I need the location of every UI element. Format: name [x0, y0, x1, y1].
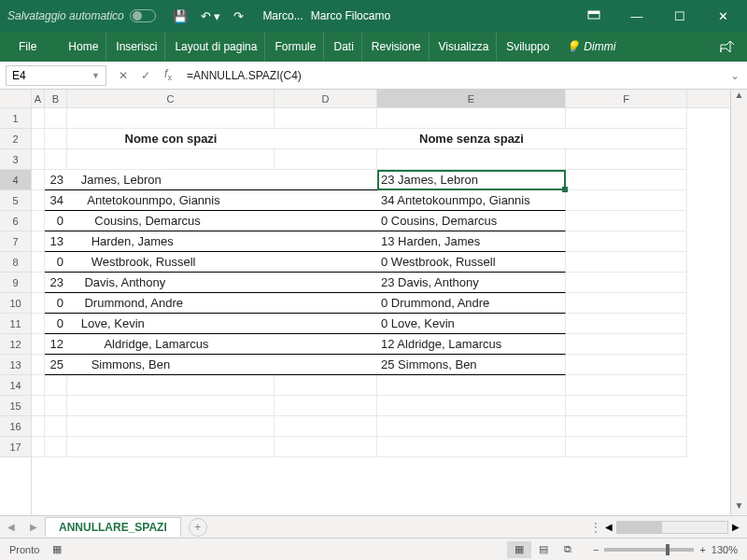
name-box[interactable]: E4 ▼	[6, 65, 106, 86]
scroll-down-icon[interactable]: ▼	[731, 500, 747, 515]
cell-A4[interactable]	[32, 170, 45, 190]
cell-C8[interactable]: Westbrook, Russell	[67, 252, 275, 273]
cell-A13[interactable]	[32, 355, 45, 375]
close-icon[interactable]: ✕	[706, 4, 740, 28]
tab-nav-next-icon[interactable]: ▶	[22, 522, 45, 532]
cell-F10[interactable]	[566, 293, 687, 314]
cell-D7[interactable]	[275, 231, 377, 252]
cell-E12[interactable]: 12 Aldridge, Lamarcus	[377, 334, 566, 355]
cell-F2[interactable]	[566, 129, 687, 149]
tab-sviluppo[interactable]: Sviluppo	[499, 32, 557, 62]
cell-F5[interactable]	[566, 190, 687, 211]
cell-B15[interactable]	[45, 396, 67, 416]
cell-A10[interactable]	[32, 293, 45, 314]
cell-C11[interactable]: Love, Kevin	[67, 314, 275, 334]
row-header-11[interactable]: 11	[0, 314, 31, 334]
zoom-slider[interactable]	[604, 548, 694, 552]
cell-F13[interactable]	[566, 355, 687, 375]
cell-D14[interactable]	[275, 375, 377, 396]
cell-B17[interactable]	[45, 437, 67, 457]
formula-input[interactable]: =ANNULLA.SPAZI(C4)	[179, 69, 723, 82]
cell-F14[interactable]	[566, 375, 687, 396]
cell-B5[interactable]: 34	[45, 190, 67, 211]
cell-C4[interactable]: James, Lebron	[67, 170, 275, 190]
share-icon[interactable]	[719, 39, 736, 54]
row-header-14[interactable]: 14	[0, 375, 31, 396]
tab-revisione[interactable]: Revisione	[364, 32, 430, 62]
tell-me[interactable]: 💡 Dimmi	[566, 40, 615, 53]
cell-A2[interactable]	[32, 129, 45, 149]
cell-D11[interactable]	[275, 314, 377, 334]
undo-icon[interactable]: ↶ ▾	[201, 9, 221, 23]
tab-nav-prev-icon[interactable]: ◀	[0, 522, 22, 532]
cell-F9[interactable]	[566, 273, 687, 293]
row-header-15[interactable]: 15	[0, 396, 31, 416]
cell-B2[interactable]	[45, 129, 67, 149]
tab-inserisci[interactable]: Inserisci	[108, 32, 165, 62]
cell-B4[interactable]: 23	[45, 170, 67, 190]
cell-C14[interactable]	[67, 375, 275, 396]
row-header-4[interactable]: 4	[0, 170, 31, 190]
cell-A16[interactable]	[32, 416, 45, 437]
cell-E2[interactable]: Nome senza spazi	[377, 129, 566, 149]
cell-A6[interactable]	[32, 211, 45, 231]
cell-C5[interactable]: Antetokounmpo, Giannis	[67, 190, 275, 211]
cell-D9[interactable]	[275, 273, 377, 293]
vertical-scrollbar[interactable]: ▲ ▼	[730, 90, 747, 515]
cell-E17[interactable]	[377, 437, 566, 457]
cell-F1[interactable]	[566, 108, 687, 129]
row-header-9[interactable]: 9	[0, 273, 31, 293]
cell-D4[interactable]	[275, 170, 377, 190]
cell-B7[interactable]: 13	[45, 231, 67, 252]
row-header-13[interactable]: 13	[0, 355, 31, 375]
cell-D17[interactable]	[275, 437, 377, 457]
row-header-2[interactable]: 2	[0, 129, 31, 149]
cell-A14[interactable]	[32, 375, 45, 396]
row-header-8[interactable]: 8	[0, 252, 31, 273]
autosave-toggle[interactable]: Salvataggio automatico	[7, 9, 156, 22]
view-normal-icon[interactable]: ▦	[507, 541, 531, 558]
cell-E16[interactable]	[377, 416, 566, 437]
row-header-6[interactable]: 6	[0, 211, 31, 231]
cell-F16[interactable]	[566, 416, 687, 437]
cell-A1[interactable]	[32, 108, 45, 129]
spreadsheet-grid[interactable]: 1234567891011121314151617 ABCDEF Nome co…	[0, 90, 747, 515]
fx-icon[interactable]: fx	[157, 67, 179, 82]
cell-B11[interactable]: 0	[45, 314, 67, 334]
zoom-percent[interactable]: 130%	[712, 544, 738, 555]
cell-C12[interactable]: Aldridge, Lamarcus	[67, 334, 275, 355]
cell-E7[interactable]: 13 Harden, James	[377, 231, 566, 252]
cell-E1[interactable]	[377, 108, 566, 129]
cell-E4[interactable]: 23 James, Lebron	[377, 170, 566, 190]
cell-E11[interactable]: 0 Love, Kevin	[377, 314, 566, 334]
redo-icon[interactable]: ↷	[233, 9, 244, 23]
row-header-3[interactable]: 3	[0, 149, 31, 170]
cell-F6[interactable]	[566, 211, 687, 231]
cell-B8[interactable]: 0	[45, 252, 67, 273]
row-header-5[interactable]: 5	[0, 190, 31, 211]
cell-C9[interactable]: Davis, Anthony	[67, 273, 275, 293]
cell-A15[interactable]	[32, 396, 45, 416]
cell-E8[interactable]: 0 Westbrook, Russell	[377, 252, 566, 273]
zoom-out-icon[interactable]: −	[593, 544, 599, 555]
cell-C10[interactable]: Drummond, Andre	[67, 293, 275, 314]
minimize-icon[interactable]: —	[620, 4, 654, 28]
column-headers[interactable]: ABCDEF	[32, 90, 730, 108]
row-header-12[interactable]: 12	[0, 334, 31, 355]
cell-B3[interactable]	[45, 149, 67, 170]
hscroll-track[interactable]	[616, 521, 728, 534]
cell-B9[interactable]: 23	[45, 273, 67, 293]
tab-dati[interactable]: Dati	[326, 32, 361, 62]
cell-E9[interactable]: 23 Davis, Anthony	[377, 273, 566, 293]
cell-D6[interactable]	[275, 211, 377, 231]
cell-F8[interactable]	[566, 252, 687, 273]
tab-visualizza[interactable]: Visualizza	[431, 32, 498, 62]
cancel-formula-icon[interactable]: ✕	[112, 69, 134, 82]
cell-C13[interactable]: Simmons, Ben	[67, 355, 275, 375]
tab-file[interactable]: File	[11, 32, 44, 62]
cell-C17[interactable]	[67, 437, 275, 457]
cells-area[interactable]: Nome con spaziNome senza spazi23 James, …	[32, 108, 730, 457]
cell-D16[interactable]	[275, 416, 377, 437]
accept-formula-icon[interactable]: ✓	[134, 69, 157, 82]
row-header-10[interactable]: 10	[0, 293, 31, 314]
